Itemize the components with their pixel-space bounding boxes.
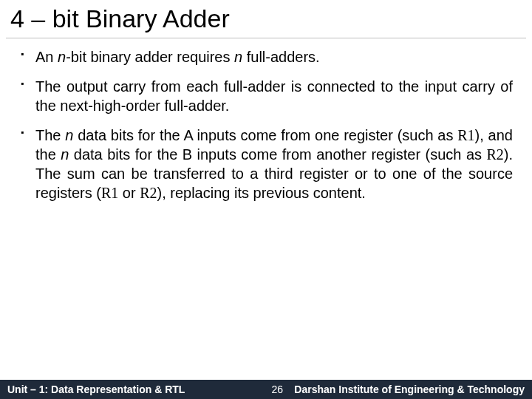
list-item: An n-bit binary adder requires n full-ad…: [19, 47, 513, 66]
slide: 4 – bit Binary Adder An n-bit binary add…: [0, 0, 532, 399]
text: ), replacing its previous content.: [157, 185, 366, 201]
footer-unit: Unit – 1: Data Representation & RTL: [0, 383, 185, 395]
footer-organization: Darshan Institute of Engineering & Techn…: [294, 383, 532, 395]
variable-n: n: [234, 49, 242, 65]
text: data bits for the B inputs come from ano…: [69, 146, 486, 163]
register-r2: R2: [140, 185, 157, 201]
list-item: The output carry from each full-adder is…: [19, 77, 513, 115]
list-item: The n data bits for the A inputs come fr…: [19, 126, 513, 202]
text: full-adders.: [242, 49, 320, 65]
bullet-list: An n-bit binary adder requires n full-ad…: [19, 47, 513, 202]
register-r1: R1: [457, 127, 474, 143]
text: data bits for the A inputs come from one…: [73, 127, 457, 143]
register-r2: R2: [486, 146, 503, 163]
text: The: [35, 127, 65, 143]
footer-page-number: 26: [260, 383, 294, 395]
slide-footer: Unit – 1: Data Representation & RTL 26 D…: [0, 380, 532, 399]
page-title: 4 – bit Binary Adder: [0, 0, 532, 38]
slide-body: An n-bit binary adder requires n full-ad…: [0, 44, 532, 202]
register-r1: R1: [101, 185, 118, 201]
text: The output carry from each full-adder is…: [35, 78, 513, 114]
text: -bit binary adder requires: [66, 49, 234, 65]
title-divider: [6, 38, 526, 38]
text: An: [35, 49, 58, 65]
variable-n: n: [65, 127, 73, 143]
variable-n: n: [61, 146, 69, 163]
variable-n: n: [58, 49, 66, 65]
text: or: [118, 185, 140, 201]
